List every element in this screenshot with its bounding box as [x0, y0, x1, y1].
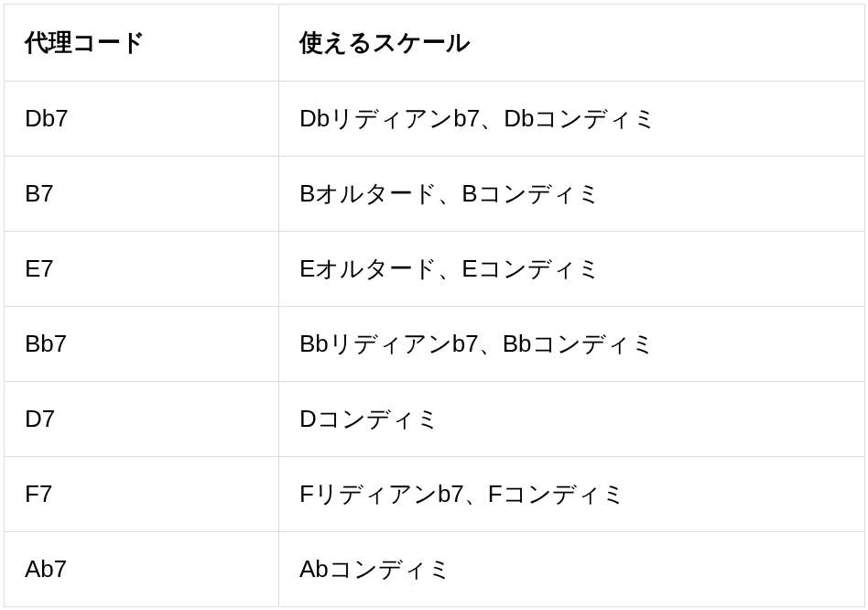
cell-scale: Bbリディアンb7、Bbコンディミ	[279, 307, 865, 382]
cell-chord: B7	[5, 157, 279, 232]
cell-chord: Db7	[5, 82, 279, 157]
cell-chord: Ab7	[5, 532, 279, 607]
chord-scale-table: 代理コード 使えるスケール Db7 Dbリディアンb7、Dbコンディミ B7 B…	[4, 4, 865, 607]
cell-scale: Fリディアンb7、Fコンディミ	[279, 457, 865, 532]
table-row: Ab7 Abコンディミ	[5, 532, 865, 607]
cell-scale: Bオルタード、Bコンディミ	[279, 157, 865, 232]
cell-chord: D7	[5, 382, 279, 457]
cell-scale: Dbリディアンb7、Dbコンディミ	[279, 82, 865, 157]
table-row: F7 Fリディアンb7、Fコンディミ	[5, 457, 865, 532]
cell-chord: E7	[5, 232, 279, 307]
cell-scale: Abコンディミ	[279, 532, 865, 607]
header-chord: 代理コード	[5, 5, 279, 82]
header-scale: 使えるスケール	[279, 5, 865, 82]
cell-chord: Bb7	[5, 307, 279, 382]
cell-scale: Dコンディミ	[279, 382, 865, 457]
table-header-row: 代理コード 使えるスケール	[5, 5, 865, 82]
cell-chord: F7	[5, 457, 279, 532]
table-row: D7 Dコンディミ	[5, 382, 865, 457]
cell-scale: Eオルタード、Eコンディミ	[279, 232, 865, 307]
table-row: Bb7 Bbリディアンb7、Bbコンディミ	[5, 307, 865, 382]
table-row: E7 Eオルタード、Eコンディミ	[5, 232, 865, 307]
table-row: Db7 Dbリディアンb7、Dbコンディミ	[5, 82, 865, 157]
table-row: B7 Bオルタード、Bコンディミ	[5, 157, 865, 232]
